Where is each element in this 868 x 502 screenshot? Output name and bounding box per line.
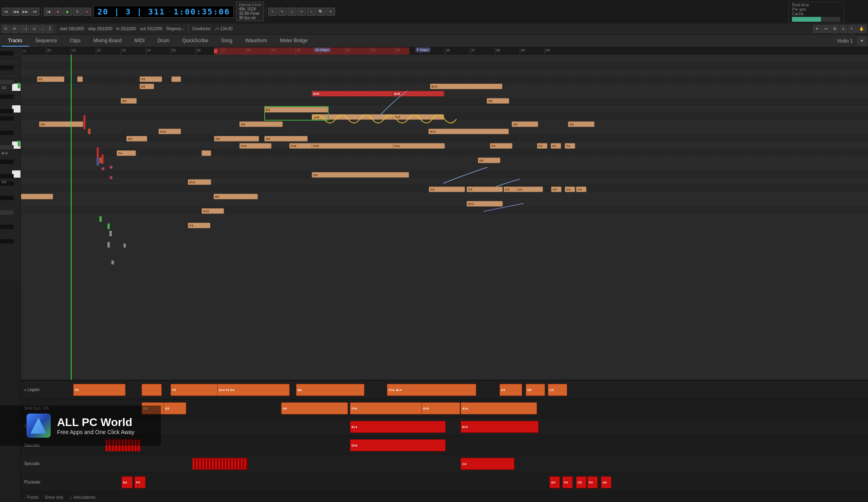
- play-button[interactable]: ▶: [63, 8, 72, 16]
- art-stacc-1[interactable]: [105, 439, 141, 451]
- note-db5-2[interactable]: D♭5: [393, 91, 444, 96]
- note-f5-small[interactable]: [77, 76, 83, 82]
- glue-tool[interactable]: ⌁: [307, 8, 316, 16]
- note-g4-1[interactable]: G4: [126, 136, 147, 141]
- tab-clips[interactable]: Clips: [64, 35, 87, 47]
- smart-tool[interactable]: ✦: [813, 25, 821, 33]
- regress-info[interactable]: Regress ↓: [165, 27, 186, 31]
- autoscroll-btn[interactable]: →|: [19, 25, 29, 33]
- note-g4-3[interactable]: G4: [264, 136, 308, 141]
- fast-forward-button[interactable]: ▶▶: [21, 8, 30, 16]
- art-legato-1[interactable]: F5: [73, 384, 125, 396]
- tab-mixing-board[interactable]: Mixing Board: [87, 35, 128, 47]
- art-tremolo-2[interactable]: E♭5: [461, 421, 539, 433]
- note-c4-2[interactable]: C4: [467, 186, 503, 192]
- note-f4-5[interactable]: [202, 150, 211, 156]
- art-sord-2[interactable]: E5: [164, 402, 186, 414]
- note-b3[interactable]: B3: [214, 194, 258, 199]
- note-f4-3[interactable]: F4: [551, 143, 561, 149]
- legato-notes[interactable]: F5 F5 D♭4 F4 G4 B4 F#4, B♭4 E4 D5 C5: [57, 381, 868, 399]
- articulations-btn[interactable]: ♩ Articulations: [70, 495, 95, 500]
- note-f5-3[interactable]: [171, 76, 181, 82]
- note-a4-3[interactable]: A4: [512, 121, 538, 127]
- note-ab3[interactable]: A♭3: [202, 208, 224, 214]
- art-legato-6[interactable]: F#4, B♭4: [387, 384, 476, 396]
- show-only-btn[interactable]: Show only: [45, 495, 63, 500]
- pause-button[interactable]: ⏸: [73, 8, 82, 16]
- grid-container[interactable]: 19 20 21 22 23 24 25 26 27 28 29 30 31 3…: [21, 47, 868, 502]
- note-bb4-2[interactable]: B♭4: [393, 114, 444, 120]
- note-eb5[interactable]: E♭5: [430, 84, 502, 89]
- note-fs4-1[interactable]: F#4: [239, 143, 272, 149]
- note-a4-2[interactable]: A4: [239, 121, 283, 127]
- art-pizz-1[interactable]: E4: [121, 476, 133, 488]
- art-sord-6[interactable]: A♭4: [461, 402, 537, 414]
- tab-tracks[interactable]: Tracks: [2, 35, 29, 47]
- tab-quickscribe[interactable]: QuickScribe: [176, 35, 215, 47]
- stop-button[interactable]: ■: [53, 8, 62, 16]
- note-e5-1[interactable]: E5: [140, 84, 154, 89]
- tremolo-notes[interactable]: E♭4 E♭5: [57, 418, 868, 436]
- note-c4-1[interactable]: C4: [429, 186, 465, 192]
- note-f4-1[interactable]: F4: [490, 143, 512, 149]
- forward-to-end-button[interactable]: ⏭: [31, 8, 39, 16]
- art-legato-8[interactable]: D5: [526, 384, 545, 396]
- note-c4-far[interactable]: [21, 194, 53, 199]
- art-spicc-1[interactable]: [192, 458, 248, 470]
- tab-song[interactable]: Song: [215, 35, 239, 47]
- note-c4-5[interactable]: C4: [551, 186, 562, 192]
- note-db4[interactable]: D♭4: [188, 179, 211, 185]
- rewind-to-start-button[interactable]: ⏮: [2, 8, 10, 16]
- art-pizz-6[interactable]: F4: [587, 476, 598, 488]
- tab-waveform[interactable]: Waveform: [239, 35, 274, 47]
- art-pizz-2[interactable]: F4: [134, 476, 146, 488]
- art-legato-5[interactable]: B4: [296, 384, 364, 396]
- art-pizz-5[interactable]: C5: [576, 476, 586, 488]
- spiccato-notes[interactable]: C4: [57, 455, 868, 473]
- sord-notes[interactable]: D5 E5 A4 F#4 D♭5 A♭4: [57, 399, 868, 417]
- art-pizz-4[interactable]: F4: [562, 476, 573, 488]
- art-stacc-2[interactable]: D♭5: [350, 439, 446, 451]
- pizzicato-notes[interactable]: E4 F4 A4 F4 C5 F4 A4: [57, 473, 868, 491]
- note-c4-7[interactable]: C4: [576, 186, 586, 192]
- zoom-tool[interactable]: 🔍: [317, 8, 325, 16]
- close-button[interactable]: ✕: [326, 8, 335, 16]
- art-legato-7[interactable]: E4: [500, 384, 522, 396]
- note-f5-2[interactable]: F5: [140, 76, 162, 82]
- note-f5-1[interactable]: F5: [37, 76, 64, 82]
- count-in-btn[interactable]: 2: [47, 25, 54, 33]
- note-d5-2[interactable]: D5: [487, 98, 509, 104]
- art-pizz-3[interactable]: A4: [549, 476, 560, 488]
- note-a4-end[interactable]: A4: [568, 121, 594, 127]
- hand-tool[interactable]: ✋: [857, 25, 866, 33]
- go-to-start-button[interactable]: |◀: [44, 8, 53, 16]
- note-ab4-1[interactable]: A♭4: [158, 129, 181, 134]
- metronome-btn[interactable]: ♩: [39, 25, 46, 33]
- staccato-notes[interactable]: D♭5: [57, 436, 868, 454]
- note-c4-6[interactable]: C4: [565, 186, 575, 192]
- art-legato-2[interactable]: [142, 384, 162, 396]
- tab-sequence[interactable]: Sequence: [29, 35, 64, 47]
- art-legato-9[interactable]: C5: [548, 384, 567, 396]
- note-bb3[interactable]: B♭3: [467, 201, 503, 207]
- art-sord-4[interactable]: F#4: [350, 402, 422, 414]
- note-f4-4[interactable]: F4: [565, 143, 575, 149]
- tab-drum[interactable]: Drum: [151, 35, 176, 47]
- record-button[interactable]: ●: [82, 8, 91, 16]
- art-sord-3[interactable]: A4: [281, 402, 348, 414]
- pencil-tool[interactable]: ✎: [278, 8, 287, 16]
- note-ab4-2[interactable]: A♭4: [428, 129, 509, 134]
- tab-meter-bridge[interactable]: Meter Bridge: [274, 35, 314, 47]
- pointer-tool[interactable]: ↖: [268, 8, 277, 16]
- art-pizz-7[interactable]: A4: [601, 476, 611, 488]
- art-tremolo-1[interactable]: E♭4: [350, 421, 446, 433]
- loop-btn[interactable]: ↻: [2, 25, 10, 33]
- flex-tool[interactable]: ⥤: [822, 25, 830, 33]
- note-f4-main[interactable]: F4: [117, 150, 136, 156]
- cursor-tool[interactable]: ↖: [848, 25, 856, 33]
- note-d5-1[interactable]: D5: [121, 98, 137, 104]
- tab-midi[interactable]: MIDI: [128, 35, 151, 47]
- scissors-tool[interactable]: ✂: [297, 8, 306, 16]
- quantize-tool[interactable]: ≡: [840, 25, 847, 33]
- note-f4-2[interactable]: F4: [537, 143, 547, 149]
